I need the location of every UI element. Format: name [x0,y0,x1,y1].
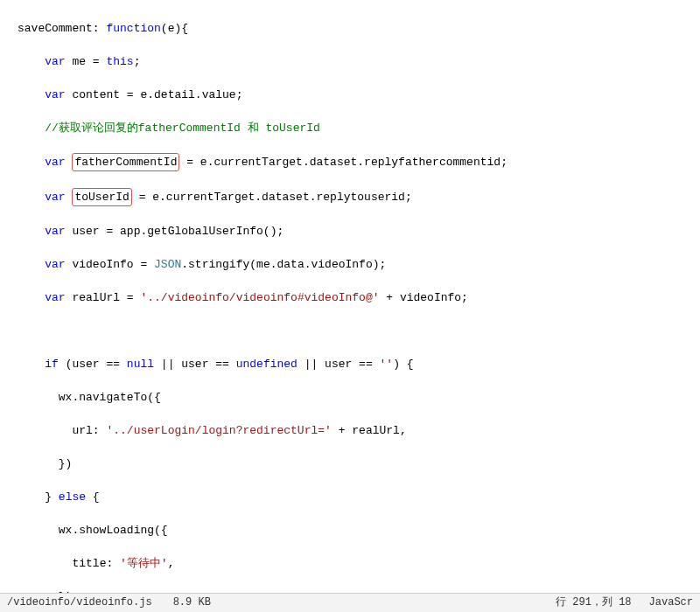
code-text: || user == [154,358,236,371]
comment: //获取评论回复的fatherCommentId 和 toUserId [45,122,320,135]
keyword: function [106,22,160,35]
keyword: var [45,225,65,238]
status-filesize: 8.9 KB [173,595,211,611]
code-text: , [168,557,175,570]
highlighted-var: toUserId [72,188,131,206]
code-text: + videoInfo; [380,291,468,304]
status-bar: /videoinfo/videoinfo.js 8.9 KB 行 291，列 1… [0,593,700,612]
code-text: + realUrl, [332,424,407,437]
code-text: realUrl = [66,291,141,304]
code-text: wx.showLoading({ [59,524,168,537]
status-language[interactable]: JavaScr [649,595,693,611]
string: '../videoinfo/videoinfo#videoInfo@' [140,291,379,304]
keyword: var [45,55,65,68]
string: '等待中' [120,557,168,570]
code-text: content = e.detail.value; [66,88,243,101]
code-text: wx.navigateTo({ [59,391,161,404]
keyword: this [106,55,133,68]
code-text: (e){ [161,22,188,35]
status-filepath[interactable]: /videoinfo/videoinfo.js [7,595,152,611]
code-text: me = [66,55,107,68]
code-text: = e.currentTarget.dataset.replytouserid; [132,191,412,204]
string: '' [380,358,394,371]
keyword: else [59,490,86,504]
code-text: user = app.getGlobalUserInfo(); [66,225,284,238]
code-text: url: [72,424,106,437]
keyword: var [45,191,65,204]
code-text: title: [72,557,120,570]
keyword: undefined [236,358,298,371]
keyword: var [45,291,65,304]
highlighted-var: fatherCommentId [72,153,179,171]
keyword: null [127,358,154,371]
keyword: if [45,358,59,371]
code-text: = e.currentTarget.dataset.replyfathercom… [179,156,507,169]
code-text: ) { [393,358,413,371]
code-text: .stringify(me.data.videoInfo); [181,258,386,271]
keyword: var [45,258,65,271]
string: '../userLogin/login?redirectUrl=' [106,424,331,437]
code-text: } [45,490,59,504]
status-cursor-position[interactable]: 行 291，列 18 [556,595,631,611]
code-text: || user == [298,358,380,371]
keyword: var [45,156,65,169]
type-name: JSON [154,258,181,271]
code-text: videoInfo = [66,258,154,271]
code-text: }) [59,457,73,470]
code-text: saveComment: [18,22,106,35]
code-editor[interactable]: saveComment: function(e){ var me = this;… [0,0,700,593]
code-text: ; [134,55,141,68]
keyword: var [45,88,65,101]
code-text: (user == [59,358,127,371]
code-text: { [86,490,100,504]
